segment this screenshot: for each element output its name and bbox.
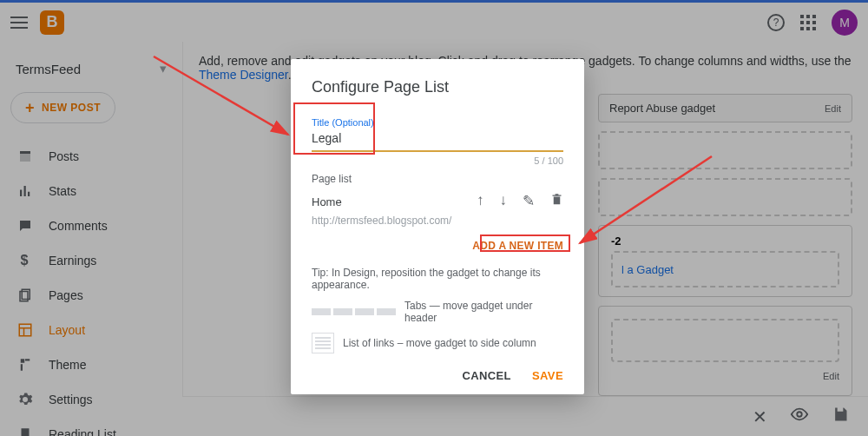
- help-icon[interactable]: ?: [767, 14, 785, 31]
- gadget-label: Report Abuse gadget: [609, 102, 715, 115]
- sidebar-item-label: Settings: [49, 393, 93, 406]
- sidebar-item-label: Pages: [49, 288, 83, 302]
- pages-icon: [17, 287, 33, 303]
- dashed-placeholder: [598, 178, 852, 216]
- dashed-inner: l a Gadget: [611, 251, 839, 287]
- preview-icon[interactable]: [790, 405, 809, 428]
- tip-text: Tip: In Design, reposition the gadget to…: [312, 267, 563, 291]
- sidebar-item-layout[interactable]: Layout: [0, 313, 182, 347]
- sidebar-item-label: Theme: [49, 358, 87, 372]
- save-icon[interactable]: [832, 406, 849, 427]
- gear-icon: [17, 392, 33, 407]
- theme-designer-link[interactable]: Theme Designer: [199, 68, 288, 82]
- svg-point-9: [797, 412, 802, 417]
- chevron-down-icon: ▾: [160, 61, 167, 76]
- section-label: -2: [611, 235, 839, 248]
- svg-rect-0: [20, 190, 22, 197]
- blogger-logo: B: [40, 10, 64, 35]
- sidebar-item-pages[interactable]: Pages: [0, 278, 182, 313]
- save-button[interactable]: SAVE: [532, 369, 563, 382]
- new-post-label: NEW POST: [42, 102, 101, 114]
- blog-name: TermsFeed: [16, 62, 81, 76]
- sidebar-item-theme[interactable]: Theme: [0, 347, 182, 382]
- edit-link[interactable]: Edit: [825, 103, 841, 114]
- svg-rect-2: [28, 192, 30, 196]
- tabs-skeleton-icon: [312, 308, 396, 315]
- sidebar-item-label: Reading List: [49, 427, 116, 436]
- sidebar-item-posts[interactable]: Posts: [0, 139, 182, 174]
- list-skeleton-icon: [312, 333, 334, 353]
- sidebar-item-stats[interactable]: Stats: [0, 174, 182, 208]
- dialog-title: Configure Page List: [312, 78, 563, 96]
- add-gadget-link[interactable]: l a Gadget: [621, 263, 674, 276]
- comments-icon: [17, 218, 33, 234]
- edit-link[interactable]: Edit: [823, 371, 839, 381]
- dashed-placeholder: [598, 131, 852, 169]
- sidebar-item-label: Earnings: [49, 254, 96, 268]
- close-icon[interactable]: ✕: [753, 406, 767, 427]
- hamburger-menu[interactable]: [10, 17, 28, 29]
- report-abuse-gadget[interactable]: Report Abuse gadget Edit: [598, 94, 852, 122]
- title-field-label: Title (Optional): [312, 117, 563, 128]
- sidebar-item-comments[interactable]: Comments: [0, 208, 182, 243]
- bottom-bar: ✕: [182, 396, 868, 436]
- sidebar-item-label: Comments: [49, 219, 108, 233]
- tabs-layout-option[interactable]: Tabs — move gadget under header: [312, 300, 563, 324]
- pencil-icon[interactable]: ✎: [523, 192, 535, 211]
- arrow-down-icon[interactable]: ↓: [500, 192, 508, 211]
- sidebar-item-label: Layout: [49, 323, 85, 337]
- page-list-label: Page list: [312, 173, 563, 185]
- title-input[interactable]: [312, 128, 563, 152]
- sidebar-item-reading-list[interactable]: Reading List: [0, 417, 182, 436]
- new-post-button[interactable]: + NEW POST: [10, 92, 115, 123]
- layout-section: -2 l a Gadget: [598, 225, 852, 297]
- sidebar-item-label: Stats: [49, 184, 76, 198]
- stats-icon: [17, 183, 33, 199]
- arrow-up-icon[interactable]: ↑: [477, 192, 484, 211]
- posts-icon: [17, 149, 33, 164]
- plus-icon: +: [25, 102, 35, 113]
- sidebar: TermsFeed ▾ + NEW POST Posts Stats Comme…: [0, 42, 182, 436]
- dashed-inner: [611, 319, 839, 362]
- svg-text:$: $: [21, 253, 29, 268]
- layout-section-footer: Edit: [598, 306, 852, 396]
- cancel-button[interactable]: CANCEL: [462, 369, 511, 382]
- sidebar-item-earnings[interactable]: $ Earnings: [0, 243, 182, 278]
- add-new-item-button[interactable]: ADD A NEW ITEM: [472, 240, 563, 252]
- svg-rect-6: [19, 324, 31, 336]
- page-item-url: http://termsfeed.blogspot.com/: [312, 215, 563, 227]
- sidebar-item-settings[interactable]: Settings: [0, 382, 182, 417]
- blog-selector[interactable]: TermsFeed ▾: [0, 52, 182, 85]
- list-layout-option[interactable]: List of links – move gadget to side colu…: [312, 333, 563, 353]
- trash-icon[interactable]: [550, 192, 563, 211]
- apps-icon[interactable]: [800, 15, 816, 30]
- avatar[interactable]: M: [832, 10, 858, 36]
- svg-rect-1: [24, 186, 26, 196]
- theme-icon: [17, 357, 33, 373]
- page-item-home: Home: [312, 195, 342, 208]
- sidebar-item-label: Posts: [49, 149, 79, 163]
- earnings-icon: $: [17, 253, 33, 268]
- layout-icon: [17, 322, 33, 338]
- bookmark-icon: [17, 426, 33, 436]
- configure-page-list-dialog: Configure Page List Title (Optional) 5 /…: [291, 59, 584, 394]
- char-counter: 5 / 100: [312, 155, 563, 166]
